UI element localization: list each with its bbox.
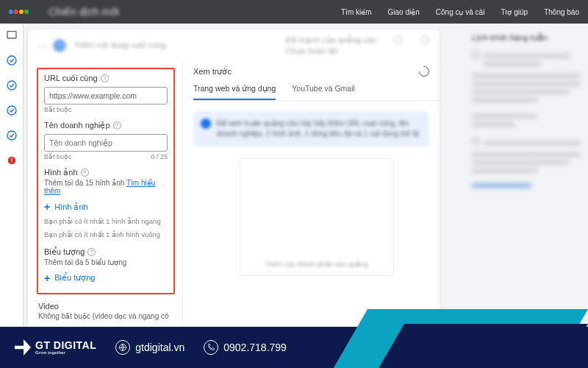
required-hint: Bắt buộc [44, 153, 72, 160]
main-area: ‹ › Thêm nội dung cuối cùng Độ mạnh của … [24, 24, 465, 327]
logos-label: Biểu tượng [44, 247, 85, 257]
add-logo-button[interactable]: + Biểu tượng [44, 272, 168, 284]
svg-rect-7 [11, 162, 12, 163]
phone-icon [204, 340, 218, 355]
topbar-menu: Tìm kiếm Giao diện Công cụ và cài Trợ gi… [341, 8, 579, 16]
plus-icon: + [44, 201, 50, 213]
svg-point-4 [7, 131, 16, 140]
step-check-icon-3[interactable] [6, 105, 18, 116]
info-icon [201, 118, 211, 129]
char-counter: 0 / 25 [151, 153, 168, 160]
brand-name: GT DIGITAL [35, 340, 96, 350]
ad-preview-caption: Thêm các thành phần vào quảng [265, 260, 368, 268]
step-error-icon[interactable] [6, 155, 18, 166]
highlighted-fields-box: URL cuối cùng ? Bắt buộc Tên doanh nghiệ… [37, 68, 175, 294]
ad-preview-placeholder: Thêm các thành phần vào quảng [240, 158, 394, 276]
brand-tagline: Grow together [35, 350, 96, 355]
card-stepper: ‹ › Thêm nội dung cuối cùng Độ mạnh của … [28, 29, 440, 62]
add-image-button[interactable]: + Hình ảnh [44, 201, 168, 213]
preview-info-text: Để xem trước quảng cáo này hãy thêm URL … [217, 118, 422, 139]
help-icon[interactable]: ? [101, 74, 109, 82]
google-ads-logo [9, 6, 34, 18]
menu-ui[interactable]: Giao diện [388, 8, 420, 16]
svg-rect-0 [7, 32, 16, 38]
images-field: Hình ảnh ? Thêm tối đa 15 hình ảnh Tìm h… [44, 168, 168, 240]
svg-rect-6 [11, 158, 12, 161]
stepper-current: Thêm nội dung cuối cùng [74, 40, 165, 50]
svg-point-1 [7, 56, 16, 65]
help-icon[interactable]: ? [81, 169, 89, 177]
menu-notif[interactable]: Thông báo [544, 8, 579, 16]
overview-icon[interactable] [6, 29, 18, 41]
svg-point-2 [7, 81, 16, 90]
help-icon[interactable]: ? [87, 248, 96, 256]
add-logo-label: Biểu tượng [54, 273, 95, 283]
final-url-label: URL cuối cùng [44, 74, 98, 83]
page-title: Chiến dịch mới [49, 6, 119, 18]
strength-label: Độ mạnh của quảng cáo [286, 35, 376, 45]
image-req-2: Bạn phải có ít nhất 1 ảnh hình vuông [44, 230, 168, 239]
arrow-logo-icon [15, 339, 31, 355]
phone-text: 0902.718.799 [223, 342, 287, 353]
campaign-card: ‹ › Thêm nội dung cuối cùng Độ mạnh của … [28, 29, 440, 327]
rightside-title: Lịch trình hàng tuần [472, 32, 581, 43]
left-nav-rail [0, 24, 24, 327]
final-url-input[interactable] [44, 87, 168, 105]
asset-form: URL cuối cùng ? Bắt buộc Tên doanh nghiệ… [28, 62, 182, 326]
logos-field: Biểu tượng ? Thêm tối đa 5 biểu tượng + … [44, 247, 168, 284]
step-check-icon-2[interactable] [6, 79, 18, 91]
phone-link[interactable]: 0902.718.799 [204, 340, 287, 355]
add-image-label: Hình ảnh [54, 202, 88, 212]
step-check-icon-4[interactable] [6, 130, 18, 141]
rightside-block [472, 50, 581, 127]
globe-icon [115, 340, 130, 355]
rightside-block [472, 183, 581, 188]
required-hint: Bắt buộc [44, 106, 72, 113]
help-icon[interactable]: ? [113, 121, 121, 130]
business-name-input[interactable] [44, 134, 168, 152]
website-link[interactable]: gtdigital.vn [115, 340, 184, 355]
rightside-block [472, 137, 581, 173]
business-name-label: Tên doanh nghiệp [44, 121, 110, 130]
video-label: Video [38, 302, 59, 311]
right-sidebar: Lịch trình hàng tuần [465, 24, 588, 327]
menu-tools[interactable]: Công cụ và cài [436, 8, 485, 16]
plus-icon: + [44, 272, 50, 284]
svg-point-3 [7, 106, 16, 115]
tab-youtube-gmail[interactable]: YouTube và Gmail [292, 84, 355, 100]
images-label: Hình ảnh [44, 168, 78, 177]
step-check-icon[interactable] [6, 54, 18, 66]
image-req-1: Bạn phải có ít nhất 1 hình ảnh ngang [44, 216, 168, 226]
promo-footer: GT DIGITAL Grow together gtdigital.vn 09… [0, 327, 588, 368]
menu-help[interactable]: Trợ giúp [501, 8, 528, 16]
logos-hint: Thêm tối đa 5 biểu tượng [44, 258, 168, 266]
menu-search[interactable]: Tìm kiếm [341, 8, 372, 16]
business-name-field: Tên doanh nghiệp ? Bắt buộc 0 / 25 [44, 121, 168, 160]
refresh-icon[interactable] [417, 64, 431, 79]
images-hint: Thêm tối đa 15 hình ảnh [44, 179, 126, 187]
strength-sub: Chưa hoàn tất [286, 46, 376, 56]
brand-logo: GT DIGITAL Grow together [15, 339, 96, 355]
preview-title: Xem trước [193, 67, 232, 77]
preview-info-banner: Để xem trước quảng cáo này hãy thêm URL … [193, 111, 429, 146]
preview-tabs: Trang web và ứng dụng YouTube và Gmail [193, 84, 440, 101]
video-hint: Không bắt buộc (video dọc và ngang có [38, 312, 175, 320]
website-text: gtdigital.vn [135, 342, 184, 353]
preview-pane: Xem trước Trang web và ứng dụng YouTube … [182, 62, 440, 326]
video-field: Video Không bắt buộc (video dọc và ngang… [37, 294, 175, 320]
app-topbar: Chiến dịch mới Tìm kiếm Giao diện Công c… [0, 0, 588, 24]
tab-web-apps[interactable]: Trang web và ứng dụng [193, 84, 276, 100]
final-url-field: URL cuối cùng ? Bắt buộc [44, 74, 168, 113]
